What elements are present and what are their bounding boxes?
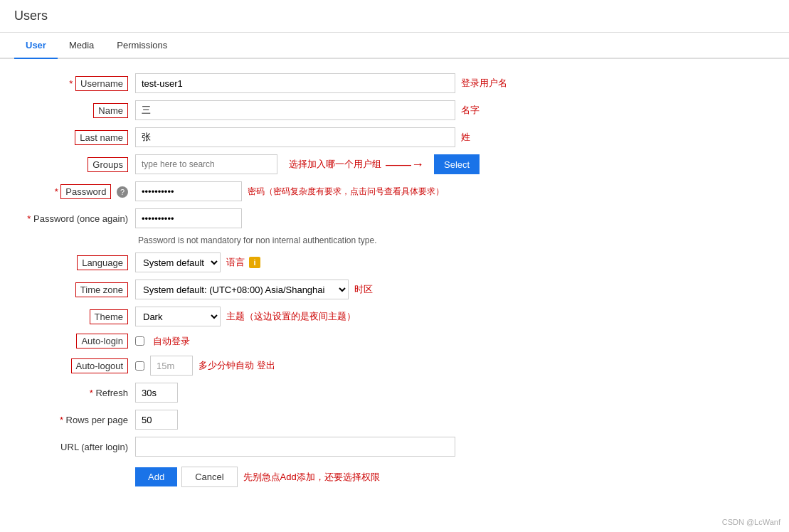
password-again-input[interactable] [135, 208, 242, 228]
autologout-checkbox[interactable] [135, 361, 144, 371]
autologout-annotation: 多少分钟自动 登出 [198, 359, 275, 372]
lastname-input[interactable] [135, 127, 455, 147]
groups-search-input[interactable] [135, 154, 277, 174]
tabs-bar: User Media Permissions [0, 33, 789, 59]
rows-per-page-label-text: Rows per page [66, 415, 128, 425]
username-label: * Username [14, 76, 135, 91]
autologout-row: Auto-logout 多少分钟自动 登出 [14, 356, 626, 376]
groups-label: Groups [14, 157, 135, 172]
autologout-checkbox-row: 多少分钟自动 登出 [135, 356, 275, 376]
language-annotation: 语言 [226, 256, 245, 269]
password-note: Password is not mandatory for non intern… [135, 235, 626, 245]
password-again-row: * Password (once again) [14, 208, 626, 228]
refresh-input[interactable] [135, 383, 178, 403]
theme-row: Theme Dark Light System default 主题（这边设置的… [14, 307, 626, 326]
username-label-box: Username [75, 76, 128, 91]
groups-select-button[interactable]: Select [434, 154, 480, 174]
timezone-label-box: Time zone [75, 282, 128, 297]
url-after-login-row: URL (after login) [14, 437, 626, 457]
refresh-label: * Refresh [14, 388, 135, 398]
name-row: Name 名字 [14, 100, 626, 120]
password-label: * Password ? [14, 184, 135, 199]
username-row: * Username 登录用户名 [14, 73, 626, 93]
groups-arrow-icon: ——→ [386, 157, 424, 172]
autologin-label-box: Auto-login [76, 334, 128, 349]
password-input[interactable] [135, 181, 242, 201]
timezone-annotation: 时区 [354, 283, 373, 296]
theme-annotation: 主题（这边设置的是夜间主题） [226, 310, 356, 323]
autologin-annotation: 自动登录 [153, 335, 190, 348]
autologin-row: Auto-login 自动登录 [14, 334, 626, 349]
password-again-label-text: Password (once again) [33, 213, 128, 224]
name-input[interactable] [135, 100, 455, 120]
add-button[interactable]: Add [135, 467, 177, 486]
autologout-value-input[interactable] [150, 356, 193, 376]
username-annotation: 登录用户名 [461, 77, 507, 90]
timezone-row: Time zone System default: (UTC+08:00) As… [14, 280, 626, 299]
autologout-label: Auto-logout [14, 358, 135, 373]
tab-media[interactable]: Media [58, 33, 105, 59]
lastname-row: Last name 姓 [14, 127, 626, 147]
theme-select[interactable]: Dark Light System default [135, 307, 221, 326]
name-label: Name [14, 103, 135, 118]
name-label-box: Name [93, 103, 128, 118]
refresh-row: * Refresh [14, 383, 626, 403]
password-label-box: Password [60, 184, 111, 199]
timezone-select[interactable]: System default: (UTC+08:00) Asia/Shangha… [135, 280, 349, 299]
page-title: Users [14, 9, 775, 23]
tab-permissions[interactable]: Permissions [105, 33, 179, 59]
page-header: Users [0, 0, 789, 33]
groups-annotation: 选择加入哪一个用户组 [289, 158, 381, 171]
username-input[interactable] [135, 73, 455, 93]
language-label-box: Language [77, 255, 128, 270]
autologin-checkbox[interactable] [135, 336, 144, 346]
lastname-label-box: Last name [75, 130, 128, 145]
lastname-annotation: 姓 [461, 131, 470, 144]
user-form: * Username 登录用户名 Name 名字 Last name 姓 Gro… [0, 59, 640, 509]
language-label: Language [14, 255, 135, 270]
rows-per-page-label: * Rows per page [14, 415, 135, 425]
autologin-label: Auto-login [14, 334, 135, 349]
lastname-label: Last name [14, 130, 135, 145]
url-after-login-label: URL (after login) [14, 442, 135, 452]
language-row: Language System default English 中文 语言 i [14, 252, 626, 272]
theme-label-box: Theme [90, 309, 128, 324]
groups-label-box: Groups [88, 157, 128, 172]
form-buttons-row: Add Cancel 先别急点Add添加，还要选择权限 [14, 467, 626, 487]
cancel-button[interactable]: Cancel [181, 467, 237, 487]
autologout-label-box: Auto-logout [71, 358, 129, 373]
refresh-label-text: Refresh [95, 388, 128, 398]
password-hint: 密码（密码复杂度有要求，点击问号查看具体要求） [248, 186, 444, 198]
footer-note: 先别急点Add添加，还要选择权限 [243, 471, 380, 484]
autologin-checkbox-row: 自动登录 [135, 335, 190, 348]
language-select[interactable]: System default English 中文 [135, 252, 221, 272]
url-after-login-label-text: URL (after login) [60, 442, 128, 452]
tab-user[interactable]: User [14, 33, 58, 59]
groups-arrow-annotation: 选择加入哪一个用户组 ——→ [283, 157, 428, 172]
theme-label: Theme [14, 309, 135, 324]
timezone-label: Time zone [14, 282, 135, 297]
url-after-login-input[interactable] [135, 437, 455, 457]
rows-per-page-row: * Rows per page [14, 410, 626, 430]
name-annotation: 名字 [461, 104, 480, 117]
rows-per-page-input[interactable] [135, 410, 178, 430]
groups-row: Groups 选择加入哪一个用户组 ——→ Select [14, 154, 626, 174]
password-again-label: * Password (once again) [14, 213, 135, 224]
password-row: * Password ? 密码（密码复杂度有要求，点击问号查看具体要求） [14, 181, 626, 201]
language-info-icon[interactable]: i [249, 257, 260, 268]
password-help-icon[interactable]: ? [117, 186, 128, 198]
